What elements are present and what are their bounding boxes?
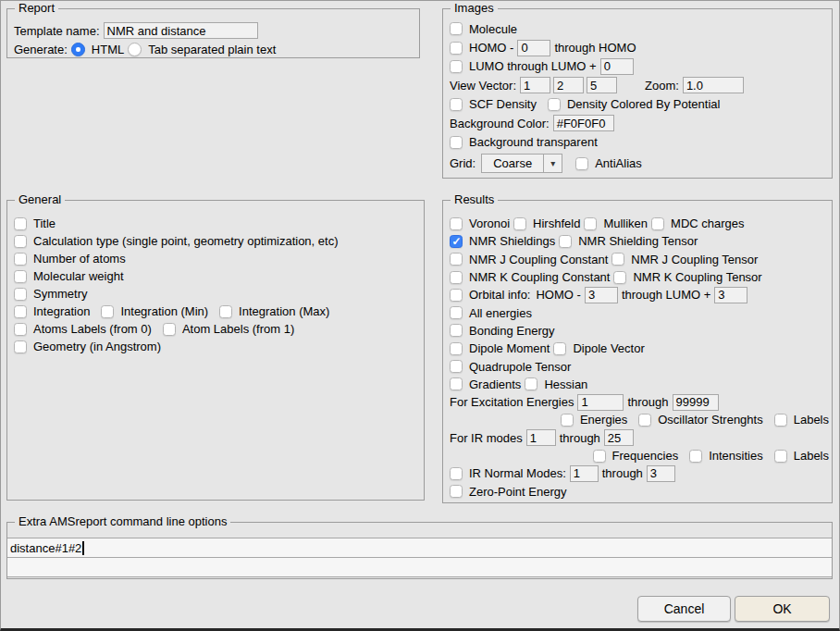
excitation-through-label: through: [627, 395, 668, 409]
density-colored-checkbox[interactable]: [548, 98, 561, 111]
nmr-k-coupling-tensor-checkbox[interactable]: [613, 271, 626, 284]
ir-normal-modes-to-input[interactable]: 3: [647, 465, 675, 482]
mdc-charges-checkbox[interactable]: [651, 217, 664, 230]
background-color-row: Background Color: #F0F0F0: [443, 114, 832, 132]
excitation-options-row: Energies Oscillator Strenghts Labels: [443, 411, 832, 428]
geometry-checkbox[interactable]: [14, 340, 27, 353]
orbital-info-label: Orbital info:: [469, 288, 530, 302]
frequencies-checkbox[interactable]: [593, 450, 606, 463]
atoms-labels-from-0-label: Atoms Labels (from 0): [33, 322, 152, 336]
integration-max-checkbox[interactable]: [219, 305, 232, 318]
voronoi-checkbox[interactable]: [450, 217, 463, 230]
hirshfeld-checkbox[interactable]: [513, 217, 526, 230]
lumo-checkbox[interactable]: [450, 60, 463, 73]
voronoi-label: Voronoi: [469, 217, 510, 230]
calculation-type-row: Calculation type (single point, geometry…: [7, 232, 424, 250]
atoms-labels-from-0-checkbox[interactable]: [14, 323, 27, 336]
nmr-j-coupling-tensor-checkbox[interactable]: [611, 253, 624, 266]
nmr-j-coupling-constant-checkbox[interactable]: [450, 253, 463, 266]
molecule-label: Molecule: [469, 22, 517, 36]
molecule-row: Molecule: [443, 19, 832, 38]
zero-point-energy-checkbox[interactable]: [450, 485, 463, 498]
mulliken-checkbox[interactable]: [584, 217, 597, 230]
ir-labels-checkbox[interactable]: [774, 450, 787, 463]
atom-labels-from-1-checkbox[interactable]: [163, 323, 176, 336]
ir-modes-row: For IR modes 1 through 25: [443, 429, 832, 447]
dipole-vector-checkbox[interactable]: [553, 342, 566, 355]
ir-modes-to-input[interactable]: 25: [604, 429, 634, 446]
ir-normal-modes-row: IR Normal Modes: 1 through 3: [443, 464, 832, 482]
atom-labels-row: Atoms Labels (from 0) Atom Labels (from …: [7, 320, 424, 338]
geometry-row: Geometry (in Angstrom): [7, 338, 424, 355]
mdc-charges-label: MDC charges: [671, 217, 744, 230]
excitation-from-input[interactable]: 1: [577, 394, 624, 411]
gradients-checkbox[interactable]: [450, 377, 463, 390]
excitation-to-input[interactable]: 99999: [673, 394, 719, 411]
lumo-offset-input[interactable]: 0: [600, 58, 634, 75]
bonding-energy-row: Bonding Energy: [443, 322, 832, 340]
ir-modes-from-input[interactable]: 1: [526, 429, 556, 446]
all-energies-checkbox[interactable]: [450, 306, 463, 319]
orbital-info-checkbox[interactable]: [450, 289, 463, 302]
generate-html-label: HTML: [92, 43, 124, 56]
number-of-atoms-checkbox[interactable]: [14, 253, 27, 266]
dipole-moment-checkbox[interactable]: [450, 342, 463, 355]
generate-plain-text-radio[interactable]: [128, 43, 142, 56]
antialias-checkbox[interactable]: [575, 157, 588, 170]
homo-checkbox[interactable]: [450, 42, 463, 55]
nmr-shieldings-row: NMR Shieldings NMR Shielding Tensor: [443, 232, 832, 250]
homo-offset-input[interactable]: 0: [517, 40, 550, 56]
cancel-button[interactable]: Cancel: [637, 596, 731, 622]
template-name-row: Template name: NMR and distance: [7, 21, 419, 40]
quadrupole-tensor-checkbox[interactable]: [450, 360, 463, 373]
extra-options-input-line-2[interactable]: [7, 558, 832, 577]
symmetry-checkbox[interactable]: [14, 288, 27, 301]
lumo-pre-label: LUMO through LUMO +: [469, 59, 597, 73]
integration-min-checkbox[interactable]: [101, 305, 114, 318]
grid-dropdown[interactable]: Coarse ▾: [481, 154, 562, 173]
integration-max-label: Integration (Max): [239, 304, 329, 318]
background-transparent-checkbox[interactable]: [450, 136, 463, 149]
excitation-energies-checkbox[interactable]: [561, 414, 574, 427]
frequencies-label: Frequencies: [612, 449, 679, 463]
homo-row: HOMO - 0 through HOMO: [443, 38, 832, 56]
zoom-input[interactable]: 1.0: [683, 77, 744, 93]
orbital-lumo-input[interactable]: 3: [714, 287, 747, 303]
view-vector-x-input[interactable]: 1: [520, 77, 550, 93]
ir-options-row: Frequencies Intensities Labels: [443, 447, 832, 464]
nmr-shielding-tensor-checkbox[interactable]: [559, 235, 572, 248]
generate-html-radio[interactable]: [71, 43, 85, 56]
images-group: Images Molecule HOMO - 0 through HOMO LU…: [442, 8, 833, 179]
orbital-homo-input[interactable]: 3: [585, 287, 618, 303]
ir-normal-modes-from-input[interactable]: 1: [570, 465, 599, 482]
generate-label: Generate:: [14, 43, 68, 56]
title-label: Title: [33, 217, 56, 230]
template-name-input[interactable]: NMR and distance: [104, 22, 258, 39]
background-color-input[interactable]: #F0F0F0: [553, 115, 614, 131]
nmr-j-coupling-constant-label: NMR J Coupling Constant: [469, 253, 608, 266]
ir-normal-modes-checkbox[interactable]: [450, 467, 463, 480]
molecular-weight-checkbox[interactable]: [14, 270, 27, 283]
nmr-shieldings-checkbox[interactable]: [450, 235, 463, 248]
view-vector-z-input[interactable]: 5: [587, 77, 617, 93]
bonding-energy-checkbox[interactable]: [450, 324, 463, 337]
ir-normal-modes-through-label: through: [602, 466, 643, 480]
ok-button[interactable]: OK: [735, 596, 830, 622]
intensities-checkbox[interactable]: [689, 450, 702, 463]
dipole-vector-label: Dipole Vector: [573, 341, 644, 355]
gradients-row: Gradients Hessian: [443, 376, 832, 393]
report-group-title: Report: [15, 1, 58, 16]
view-vector-y-input[interactable]: 2: [553, 77, 584, 93]
ir-normal-modes-label: IR Normal Modes:: [469, 466, 566, 480]
integration-checkbox[interactable]: [14, 305, 27, 318]
extra-options-input[interactable]: distance#1#2: [7, 538, 832, 558]
hessian-checkbox[interactable]: [525, 377, 537, 390]
oscillator-strenghts-checkbox[interactable]: [638, 414, 651, 427]
title-checkbox[interactable]: [14, 217, 27, 230]
gradients-label: Gradients: [469, 377, 521, 391]
excitation-labels-checkbox[interactable]: [774, 414, 787, 427]
calculation-type-checkbox[interactable]: [14, 235, 27, 248]
molecule-checkbox[interactable]: [450, 22, 463, 35]
nmr-k-coupling-constant-checkbox[interactable]: [450, 271, 463, 284]
scf-density-checkbox[interactable]: [450, 98, 463, 111]
